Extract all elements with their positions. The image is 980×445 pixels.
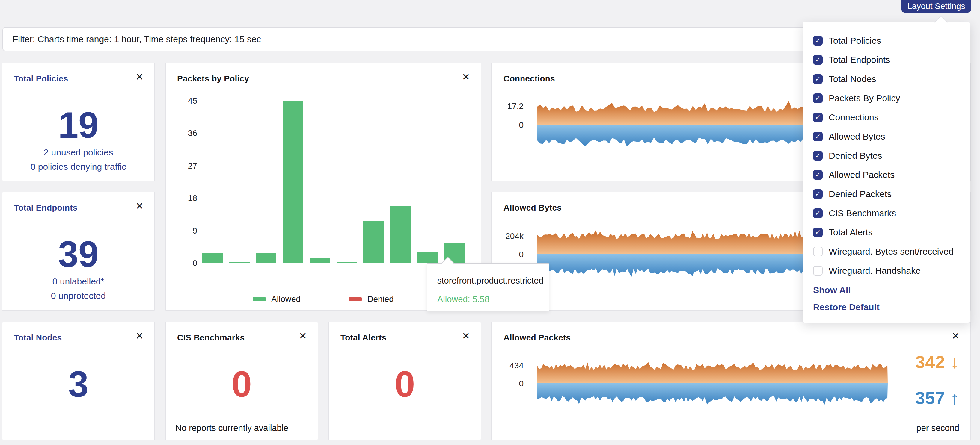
bar-allowed-1[interactable] — [229, 262, 250, 263]
bar-allowed-6[interactable] — [363, 221, 384, 263]
cis-benchmarks-value: 0 — [166, 366, 318, 402]
legend-label: Allowed — [271, 295, 301, 304]
checked-checkbox-icon[interactable]: ✓ — [813, 74, 822, 84]
dropdown-item-label: Denied Bytes — [829, 150, 882, 161]
filter-text: Filter: Charts time range: 1 hour, Time … — [13, 34, 261, 44]
close-icon[interactable]: ✕ — [299, 331, 307, 341]
arrow-down-icon: ↓ — [950, 352, 959, 372]
close-icon[interactable]: ✕ — [135, 201, 143, 211]
dropdown-item-packets-by-policy[interactable]: ✓Packets By Policy — [803, 89, 970, 108]
checked-checkbox-icon[interactable]: ✓ — [813, 93, 822, 103]
dropdown-item-label: Denied Packets — [829, 189, 892, 199]
dropdown-item-wireguard-handshake[interactable]: Wireguard. Handshake — [803, 261, 970, 280]
close-icon[interactable]: ✕ — [951, 331, 959, 341]
dropdown-item-denied-bytes[interactable]: ✓Denied Bytes — [803, 146, 970, 165]
dropdown-caret — [934, 15, 948, 29]
y-tick: 18 — [166, 193, 197, 203]
card-cis-benchmarks: CIS Benchmarks ✕ 0 No reports currently … — [165, 321, 318, 440]
per-second-label: per second — [916, 423, 959, 433]
close-icon[interactable]: ✕ — [462, 72, 470, 82]
dropdown-item-label: Allowed Packets — [829, 170, 894, 180]
legend-label: Denied — [367, 295, 394, 304]
checked-checkbox-icon[interactable]: ✓ — [813, 170, 822, 180]
bar-allowed-7[interactable] — [390, 206, 411, 263]
total-endpoints-value: 39 — [2, 236, 154, 272]
total-policies-value: 19 — [2, 107, 154, 143]
bar-allowed-2[interactable] — [256, 253, 276, 263]
y-tick: 0 — [166, 258, 197, 268]
dropdown-item-wireguard-bytes-sent-received[interactable]: Wireguard. Bytes sent/received — [803, 242, 970, 261]
dropdown-item-label: Wireguard. Bytes sent/received — [829, 247, 954, 257]
dropdown-item-total-nodes[interactable]: ✓Total Nodes — [803, 70, 970, 89]
dropdown-item-allowed-packets[interactable]: ✓Allowed Packets — [803, 165, 970, 184]
card-title: Connections — [503, 74, 555, 84]
dropdown-item-total-policies[interactable]: ✓Total Policies — [803, 31, 970, 50]
dropdown-item-label: Total Alerts — [829, 227, 873, 238]
card-title: Total Endpoints — [14, 203, 77, 212]
total-alerts-value: 0 — [329, 366, 481, 402]
dropdown-item-denied-packets[interactable]: ✓Denied Packets — [803, 184, 970, 204]
card-total-endpoints: Total Endpoints ✕ 39 0 unlabelled* 0 unp… — [2, 192, 155, 310]
checked-checkbox-icon[interactable]: ✓ — [813, 55, 822, 65]
y-tick: 45 — [166, 96, 197, 106]
packets-sent-stat: 357 ↑ — [915, 389, 959, 407]
layout-settings-button[interactable]: Layout Settings — [902, 0, 971, 13]
dropdown-item-allowed-bytes[interactable]: ✓Allowed Bytes — [803, 127, 970, 146]
dropdown-item-total-endpoints[interactable]: ✓Total Endpoints — [803, 50, 970, 70]
bar-allowed-8[interactable] — [417, 252, 438, 263]
card-title: Packets by Policy — [177, 74, 249, 84]
card-total-policies: Total Policies ✕ 19 2 unused policies 0 … — [2, 63, 155, 181]
cis-benchmarks-note: No reports currently available — [175, 423, 288, 433]
layout-settings-dropdown: ✓Total Policies✓Total Endpoints✓Total No… — [803, 22, 970, 323]
close-icon[interactable]: ✕ — [135, 331, 143, 341]
close-icon[interactable]: ✕ — [462, 331, 470, 341]
denying-policies-line: 0 policies denying traffic — [2, 162, 154, 172]
card-title: Total Policies — [14, 74, 68, 84]
show-all-link[interactable]: Show All — [813, 285, 851, 295]
checked-checkbox-icon[interactable]: ✓ — [813, 189, 822, 199]
chart-tooltip: storefront.product.restricted Allowed: 5… — [427, 263, 549, 312]
legend-swatch-icon — [348, 298, 362, 301]
bar-allowed-0[interactable] — [202, 253, 223, 263]
restore-default-link[interactable]: Restore Default — [813, 302, 880, 312]
checked-checkbox-icon[interactable]: ✓ — [813, 151, 822, 160]
dropdown-item-label: Total Nodes — [829, 74, 876, 84]
dropdown-item-connections[interactable]: ✓Connections — [803, 108, 970, 127]
dropdown-item-label: Allowed Bytes — [829, 131, 885, 142]
dropdown-item-label: Connections — [829, 112, 879, 122]
unused-policies-line: 2 unused policies — [2, 147, 154, 157]
unlabelled-line: 0 unlabelled* — [2, 276, 154, 287]
card-title: Total Alerts — [340, 333, 386, 342]
y-tick: 27 — [166, 161, 197, 171]
y-tick: 36 — [166, 128, 197, 138]
bar-allowed-5[interactable] — [337, 262, 357, 263]
unchecked-checkbox-icon[interactable] — [813, 247, 822, 257]
dropdown-item-label: Packets By Policy — [829, 93, 900, 103]
card-total-nodes: Total Nodes ✕ 3 — [2, 321, 155, 440]
packets-received-stat: 342 ↓ — [915, 353, 959, 371]
checked-checkbox-icon[interactable]: ✓ — [813, 36, 822, 46]
unchecked-checkbox-icon[interactable] — [813, 266, 822, 276]
dropdown-item-label: Wireguard. Handshake — [829, 266, 921, 276]
arrow-up-icon: ↑ — [950, 388, 959, 407]
unprotected-line: 0 unprotected — [2, 291, 154, 301]
bar-allowed-3[interactable] — [283, 101, 303, 263]
legend-denied[interactable]: Denied — [348, 295, 394, 304]
checked-checkbox-icon[interactable]: ✓ — [813, 132, 822, 141]
bar-allowed-4[interactable] — [310, 258, 330, 263]
legend-allowed[interactable]: Allowed — [253, 295, 301, 304]
dropdown-item-total-alerts[interactable]: ✓Total Alerts — [803, 223, 970, 242]
close-icon[interactable]: ✕ — [135, 72, 143, 82]
card-title: Allowed Packets — [503, 333, 571, 342]
card-allowed-packets: Allowed Packets ✕ 434 0 342 ↓ 357 ↑ per … — [492, 321, 971, 440]
layout-dropdown-list: ✓Total Policies✓Total Endpoints✓Total No… — [803, 31, 970, 280]
tooltip-allowed-value: Allowed: 5.58 — [437, 295, 489, 304]
tooltip-policy-name: storefront.product.restricted — [437, 276, 544, 286]
y-tick: 9 — [166, 226, 197, 236]
checked-checkbox-icon[interactable]: ✓ — [813, 112, 822, 122]
checked-checkbox-icon[interactable]: ✓ — [813, 208, 822, 218]
card-total-alerts: Total Alerts ✕ 0 — [328, 321, 481, 440]
dropdown-item-label: Total Endpoints — [829, 55, 890, 65]
dropdown-item-cis-benchmarks[interactable]: ✓CIS Benchmarks — [803, 204, 970, 223]
checked-checkbox-icon[interactable]: ✓ — [813, 228, 822, 237]
